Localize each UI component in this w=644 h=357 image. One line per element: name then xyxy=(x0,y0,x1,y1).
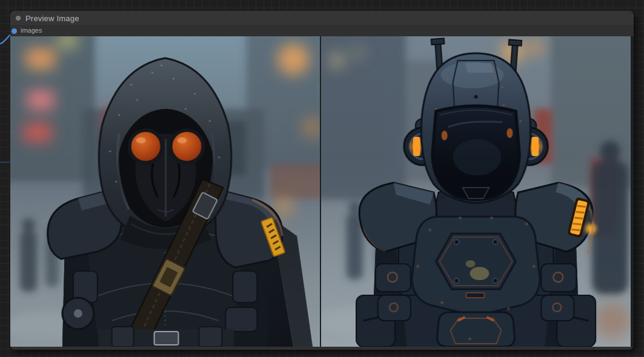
node-titlebar[interactable]: Preview Image xyxy=(10,11,634,26)
input-row-images: images xyxy=(10,26,634,36)
collapse-dot-icon[interactable] xyxy=(16,16,21,21)
preview-image-node[interactable]: Preview Image images xyxy=(10,11,634,350)
input-port-images[interactable] xyxy=(12,28,17,34)
background-link-wire xyxy=(0,162,10,163)
preview-images-container xyxy=(10,36,634,347)
preview-image-1[interactable] xyxy=(10,36,320,347)
preview-image-2[interactable] xyxy=(321,36,631,347)
node-editor-canvas[interactable]: Preview Image images xyxy=(0,0,644,357)
node-title: Preview Image xyxy=(25,14,79,23)
input-label-images: images xyxy=(21,27,42,34)
